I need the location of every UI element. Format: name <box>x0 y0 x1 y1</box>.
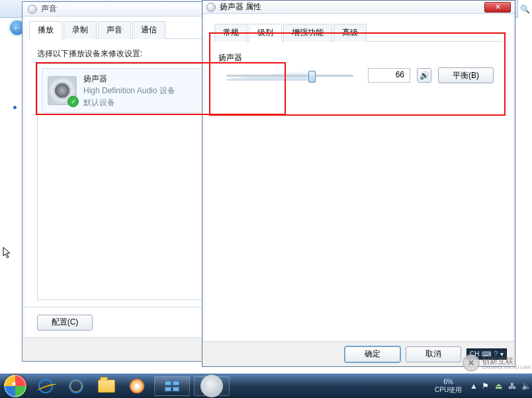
device-name: 扬声器 <box>83 73 175 85</box>
device-driver: High Definition Audio 设备 <box>83 85 175 97</box>
device-status: 默认设备 <box>83 97 175 108</box>
cpu-meter[interactable]: 6% CPU使用 <box>431 378 466 394</box>
search-button[interactable]: 🔍 <box>517 0 532 18</box>
mute-button[interactable]: 🔊 <box>417 68 431 83</box>
tray-expand-button[interactable]: ▲ <box>470 381 478 391</box>
sound-window-title: 声音 <box>41 3 57 15</box>
tab-playback[interactable]: 播放 <box>29 21 62 39</box>
taskbar-running-controlpanel[interactable] <box>154 376 190 396</box>
slider-track-line <box>226 75 353 77</box>
tab-recording[interactable]: 录制 <box>64 21 97 39</box>
taskbar-pinned-ie64[interactable] <box>61 374 91 398</box>
arrow-left-icon: ← <box>13 22 22 33</box>
default-check-icon: ✓ <box>67 96 79 107</box>
volume-slider[interactable] <box>218 68 361 83</box>
search-icon: 🔍 <box>520 5 530 14</box>
props-body: 常规 级别 增强功能 高级 扬声器 66 🔊 平衡(B) <box>202 23 515 83</box>
action-center-icon[interactable]: ⚑ <box>482 381 491 391</box>
configure-button[interactable]: 配置(C) <box>37 315 93 331</box>
taskbar-pinned-explorer[interactable] <box>91 374 122 398</box>
network-icon[interactable]: 🖧 <box>508 381 517 391</box>
volume-value: 66 <box>368 68 410 83</box>
tab-advanced[interactable]: 高级 <box>333 24 367 42</box>
close-button[interactable]: ✕ <box>484 2 511 13</box>
safely-remove-icon[interactable]: ⏏ <box>495 381 504 391</box>
device-text: 扬声器 High Definition Audio 设备 默认设备 <box>83 73 175 108</box>
props-cancel-button[interactable]: 取消 <box>406 346 461 362</box>
start-button[interactable] <box>4 375 26 397</box>
cpu-label: CPU使用 <box>435 386 462 394</box>
tiles-icon <box>165 381 179 391</box>
volume-icon[interactable]: 🔈 <box>521 381 531 391</box>
slider-thumb[interactable] <box>308 71 316 83</box>
cursor-icon <box>3 247 12 259</box>
sound-window-icon <box>28 5 37 14</box>
tab-communications[interactable]: 通信 <box>132 21 165 39</box>
speaker-properties-window: 扬声器 属性 ✕ 常规 级别 增强功能 高级 扬声器 66 🔊 <box>202 0 515 367</box>
volume-row: 66 🔊 平衡(B) <box>218 67 499 83</box>
tab-enhancements[interactable]: 增强功能 <box>283 24 332 42</box>
taskbar-pinned-ie[interactable] <box>30 374 61 398</box>
tab-general[interactable]: 常规 <box>214 24 247 42</box>
close-icon: ✕ <box>495 3 501 11</box>
props-window-icon <box>206 3 216 12</box>
tab-levels[interactable]: 级别 <box>249 24 282 42</box>
watermark-text: 创新互联 <box>482 357 531 365</box>
taskbar-tray: 6% CPU使用 ▲ ⚑ ⏏ 🖧 🔈 <box>431 378 532 394</box>
ie-icon <box>69 379 83 393</box>
cpu-percent: 6% <box>435 378 462 386</box>
props-ok-button[interactable]: 确定 <box>345 346 400 362</box>
device-icon-wrap: ✓ <box>48 76 77 105</box>
props-tabs: 常规 级别 增强功能 高级 <box>214 23 503 42</box>
taskbar: 6% CPU使用 ▲ ⚑ ⏏ 🖧 🔈 <box>0 374 532 398</box>
taskbar-running-sound[interactable] <box>194 376 230 396</box>
levels-section: 扬声器 66 🔊 平衡(B) <box>218 52 499 83</box>
taskbar-pinned-mediaplayer[interactable] <box>122 374 152 398</box>
media-player-icon <box>130 379 144 393</box>
props-window-title: 扬声器 属性 <box>220 1 261 13</box>
speaker-icon <box>200 375 223 397</box>
folder-icon <box>98 379 115 393</box>
balance-button[interactable]: 平衡(B) <box>438 67 494 83</box>
watermark-logo-icon: ✕ <box>463 354 480 372</box>
watermark: ✕ 创新互联 CHUANG XIN HU LIAN <box>463 354 531 372</box>
watermark-sub: CHUANG XIN HU LIAN <box>482 365 531 370</box>
ie-icon <box>38 379 53 393</box>
bullet-icon <box>13 106 17 109</box>
props-titlebar[interactable]: 扬声器 属性 ✕ <box>202 1 515 14</box>
tab-sounds[interactable]: 声音 <box>98 21 131 39</box>
levels-section-label: 扬声器 <box>218 52 499 63</box>
speaker-sound-icon: 🔊 <box>420 71 429 80</box>
